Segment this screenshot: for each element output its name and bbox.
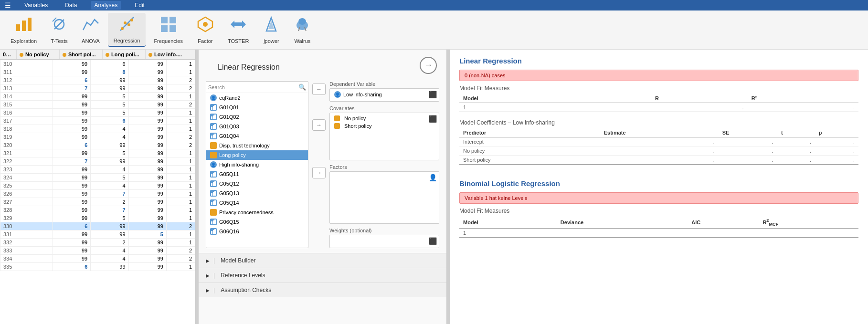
tool-frequencies[interactable]: Frequencies (148, 13, 189, 46)
covariate-2-label: Short policy (344, 123, 371, 129)
covariates-section: Covariates No policy Short policy ⬛ (329, 105, 439, 160)
table-cell: 99 (53, 125, 90, 133)
tool-walrus[interactable]: Walrus (288, 13, 317, 46)
variable-list-item[interactable]: G01Q01 (206, 103, 308, 112)
variable-icon (210, 171, 217, 178)
table-cell: 312 (0, 76, 53, 84)
nav-analyses[interactable]: Analyses (91, 1, 122, 10)
table-cell: 99 (53, 190, 90, 198)
variable-label: G05Q11 (219, 171, 239, 177)
binom-col-aic: AIC (688, 217, 759, 228)
variable-list-item[interactable]: G06Q15 (206, 217, 308, 227)
nav-data[interactable]: Data (61, 1, 81, 10)
binom-col-deviance: Deviance (557, 217, 688, 228)
tool-ttests[interactable]: T-Tests (45, 13, 74, 46)
binom-row1-deviance (557, 228, 688, 237)
table-row: 330699992 (0, 222, 195, 230)
tool-exploration[interactable]: Exploration (5, 13, 42, 46)
table-row: 321995991 (0, 149, 195, 157)
variable-list: 👤eqRand2G01Q01G01Q02G01Q03G01Q04Disp. tr… (206, 93, 308, 236)
factors-clear-button[interactable]: 👤 (429, 174, 437, 181)
table-cell: 2 (166, 101, 195, 109)
tool-factor[interactable]: Factor (191, 13, 220, 46)
table-cell: 5 (91, 174, 128, 182)
table-cell: 318 (0, 125, 53, 133)
table-row: 332992991 (0, 239, 195, 247)
data-rows[interactable]: 3109969913119989913126999923137999923149… (0, 60, 195, 322)
tool-jpower[interactable]: jpower (257, 13, 286, 46)
main-layout: 05[... No policy Short pol... Long poli.… (0, 50, 868, 324)
tool-anova[interactable]: ANOVA (76, 13, 106, 46)
tool-toster[interactable]: TOSTER (222, 13, 254, 46)
table-cell: 1 (166, 93, 195, 101)
model-fit-subtitle: Model Fit Measures (459, 85, 858, 92)
table-row: 324995991 (0, 174, 195, 182)
tool-regression[interactable]: Regression (108, 13, 146, 47)
reference-levels-header[interactable]: ▶ | Reference Levels (199, 268, 446, 282)
table-row: 323994991 (0, 166, 195, 174)
hamburger-icon[interactable]: ☰ (5, 1, 11, 9)
variable-label: Privacy concernedness (219, 209, 274, 215)
reference-levels-arrow-icon: ▶ (206, 273, 210, 278)
covariates-box[interactable]: No policy Short policy ⬛ (329, 113, 439, 160)
model-builder-header[interactable]: ▶ | Model Builder (199, 253, 446, 268)
table-cell: 99 (128, 125, 166, 133)
table-cell: 99 (128, 141, 166, 149)
dependent-var-box[interactable]: 👤 Low info-sharing ⬛ (329, 88, 439, 102)
table-cell: 4 (91, 125, 128, 133)
variable-label: G05Q14 (219, 200, 239, 206)
analysis-header: Linear Regression → (199, 50, 446, 81)
weights-box[interactable]: ⬛ (329, 235, 439, 248)
dependent-var-clear-button[interactable]: ⬛ (429, 91, 437, 98)
model-builder-divider: | (213, 257, 215, 264)
linear-regression-result-title: Linear Regression (459, 57, 858, 65)
assign-factors-button[interactable]: → (312, 167, 326, 178)
factors-box[interactable]: 👤 (329, 171, 439, 224)
table-cell: 7 (53, 157, 90, 166)
model-builder-label: Model Builder (221, 257, 255, 264)
variable-list-item[interactable]: Long policy (206, 150, 308, 160)
weights-clear-button[interactable]: ⬛ (429, 237, 437, 245)
results-panel: Linear Regression 0 (non-NA) cases Model… (450, 50, 868, 324)
variable-list-item[interactable]: 👤eqRand2 (206, 93, 308, 103)
col-header-lowinfo: Low info-... (146, 50, 195, 59)
variable-list-item[interactable]: G05Q13 (206, 188, 308, 198)
assumption-checks-header[interactable]: ▶ | Assumption Checks (199, 283, 446, 297)
variable-list-item[interactable]: G05Q11 (206, 169, 308, 179)
variable-list-item[interactable]: 👤High info-sharing (206, 160, 308, 169)
assign-covariates-button[interactable]: → (312, 119, 326, 131)
variable-list-item[interactable]: Disp. trust technology (206, 141, 308, 150)
nav-edit[interactable]: Edit (131, 1, 148, 10)
table-cell: 99 (53, 166, 90, 174)
table-cell: 6 (53, 222, 90, 230)
variable-list-item[interactable]: G06Q16 (206, 227, 308, 236)
col-header-nopolicy: No policy (17, 50, 60, 59)
table-cell: 317 (0, 117, 53, 125)
variable-list-item[interactable]: G05Q14 (206, 198, 308, 208)
svg-rect-51 (213, 220, 214, 224)
table-cell: 325 (0, 182, 53, 190)
table-cell: 99 (53, 133, 90, 141)
variable-label: G06Q16 (219, 229, 239, 234)
variable-list-item[interactable]: Privacy concernedness (206, 208, 308, 217)
table-cell: 99 (53, 68, 90, 76)
binom-col-model: Model (459, 217, 557, 228)
variable-list-item[interactable]: G05Q12 (206, 179, 308, 188)
search-input[interactable] (208, 84, 298, 90)
assign-dependent-button[interactable]: → (312, 84, 326, 95)
table-cell: 99 (91, 230, 128, 239)
table-row: 335699991 (0, 263, 195, 271)
variable-list-item[interactable]: G01Q02 (206, 112, 308, 122)
nav-variables[interactable]: Variables (21, 1, 52, 10)
binomial-logistic-results: Binomial Logistic Regression Variable 1 … (459, 179, 858, 238)
table-row: 314995991 (0, 93, 195, 101)
coeff-intercept-predictor: Intercept (459, 137, 600, 146)
table-cell: 99 (128, 109, 166, 117)
table-cell: 2 (166, 133, 195, 141)
variable-list-item[interactable]: G01Q03 (206, 122, 308, 131)
forward-arrow-button[interactable]: → (420, 57, 437, 74)
svg-rect-45 (213, 192, 214, 196)
table-row: 310996991 (0, 60, 195, 68)
covariates-clear-button[interactable]: ⬛ (429, 115, 437, 123)
variable-list-item[interactable]: G01Q04 (206, 131, 308, 141)
